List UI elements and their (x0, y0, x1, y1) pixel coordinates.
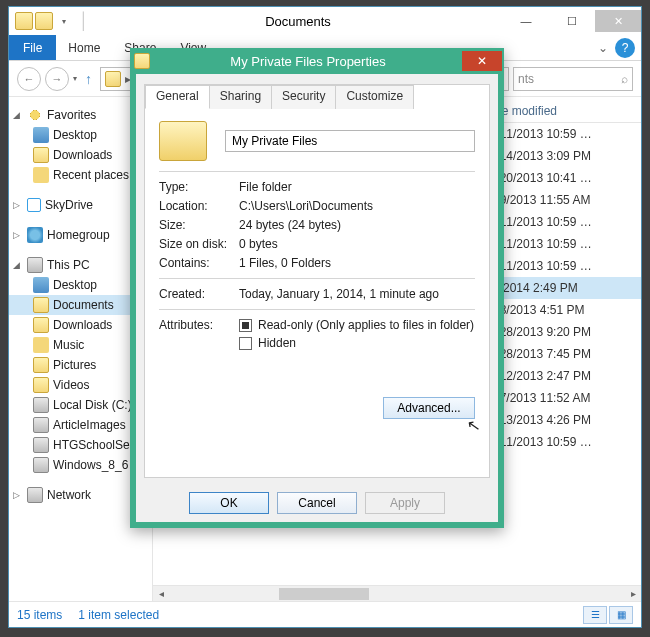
tab-sharing[interactable]: Sharing (209, 85, 272, 109)
pictures-icon (33, 357, 49, 373)
star-icon (27, 107, 43, 123)
ribbon-tab-home[interactable]: Home (56, 35, 112, 60)
props-icon[interactable] (15, 12, 33, 30)
nav-forward-button[interactable]: → (45, 67, 69, 91)
value-contains: 1 Files, 0 Folders (239, 256, 475, 270)
label-created: Created: (159, 287, 239, 301)
tab-customize[interactable]: Customize (335, 85, 414, 109)
help-icon[interactable]: ? (615, 38, 635, 58)
folder-icon (130, 53, 154, 69)
drive-icon (33, 397, 49, 413)
apply-button[interactable]: Apply (365, 492, 445, 514)
status-selection: 1 item selected (78, 608, 159, 622)
label-readonly: Read-only (Only applies to files in fold… (258, 318, 474, 332)
dialog-buttons: OK Cancel Apply (136, 492, 498, 514)
videos-icon (33, 377, 49, 393)
skydrive-icon (27, 198, 41, 212)
dialog-tabs: General Sharing Security Customize (145, 85, 489, 109)
drive-icon (33, 437, 49, 453)
scroll-thumb[interactable] (279, 588, 369, 600)
label-location: Location: (159, 199, 239, 213)
folder-large-icon (159, 121, 207, 161)
folder-icon (33, 297, 49, 313)
status-count: 15 items (17, 608, 62, 622)
value-location: C:\Users\Lori\Documents (239, 199, 475, 213)
downloads-icon (33, 147, 49, 163)
pc-icon (27, 257, 43, 273)
scroll-left-icon[interactable]: ◂ (153, 588, 169, 599)
value-type: File folder (239, 180, 475, 194)
checkbox-hidden[interactable] (239, 337, 252, 350)
drive-icon (33, 417, 49, 433)
horizontal-scrollbar[interactable]: ◂ ▸ (153, 585, 641, 601)
drive-icon (33, 457, 49, 473)
label-contains: Contains: (159, 256, 239, 270)
dialog-titlebar: My Private Files Properties ✕ (130, 48, 504, 74)
qat-dropdown-icon[interactable]: ▾ (55, 12, 73, 30)
homegroup-icon (27, 227, 43, 243)
ribbon-expand-icon[interactable]: ⌄ (591, 35, 615, 60)
tab-general[interactable]: General (145, 85, 210, 109)
downloads-icon (33, 317, 49, 333)
value-sizedisk: 0 bytes (239, 237, 475, 251)
newfolder-icon[interactable] (35, 12, 53, 30)
label-attributes: Attributes: (159, 318, 239, 332)
value-created: Today, January 1, 2014, 1 minute ago (239, 287, 475, 301)
tab-security[interactable]: Security (271, 85, 336, 109)
label-sizedisk: Size on disk: (159, 237, 239, 251)
status-bar: 15 items 1 item selected ☰ ▦ (9, 601, 641, 627)
view-details-button[interactable]: ☰ (583, 606, 607, 624)
folder-name-input[interactable] (225, 130, 475, 152)
search-input[interactable]: nts ⌕ (513, 67, 633, 91)
music-icon (33, 337, 49, 353)
network-icon (27, 487, 43, 503)
label-hidden: Hidden (258, 336, 296, 350)
value-size: 24 bytes (24 bytes) (239, 218, 475, 232)
titlebar: ▾ │ Documents ― ☐ ✕ (9, 7, 641, 35)
label-type: Type: (159, 180, 239, 194)
checkbox-readonly[interactable] (239, 319, 252, 332)
window-title: Documents (93, 14, 503, 29)
scroll-right-icon[interactable]: ▸ (625, 588, 641, 599)
recent-icon (33, 167, 49, 183)
ribbon-file-tab[interactable]: File (9, 35, 56, 60)
advanced-button[interactable]: Advanced... (383, 397, 475, 419)
nav-history-dropdown[interactable]: ▾ (73, 74, 77, 83)
cancel-button[interactable]: Cancel (277, 492, 357, 514)
desktop-icon (33, 127, 49, 143)
label-size: Size: (159, 218, 239, 232)
search-icon: ⌕ (621, 72, 628, 86)
general-pane: Type:File folder Location:C:\Users\Lori\… (145, 109, 489, 477)
close-button[interactable]: ✕ (595, 10, 641, 32)
folder-icon (105, 71, 121, 87)
nav-back-button[interactable]: ← (17, 67, 41, 91)
ok-button[interactable]: OK (189, 492, 269, 514)
dialog-close-button[interactable]: ✕ (462, 51, 502, 71)
view-icons-button[interactable]: ▦ (609, 606, 633, 624)
desktop-icon (33, 277, 49, 293)
maximize-button[interactable]: ☐ (549, 10, 595, 32)
minimize-button[interactable]: ― (503, 10, 549, 32)
dialog-title: My Private Files Properties (154, 54, 462, 69)
nav-up-button[interactable]: ↑ (81, 71, 96, 87)
properties-dialog: My Private Files Properties ✕ General Sh… (130, 48, 504, 528)
